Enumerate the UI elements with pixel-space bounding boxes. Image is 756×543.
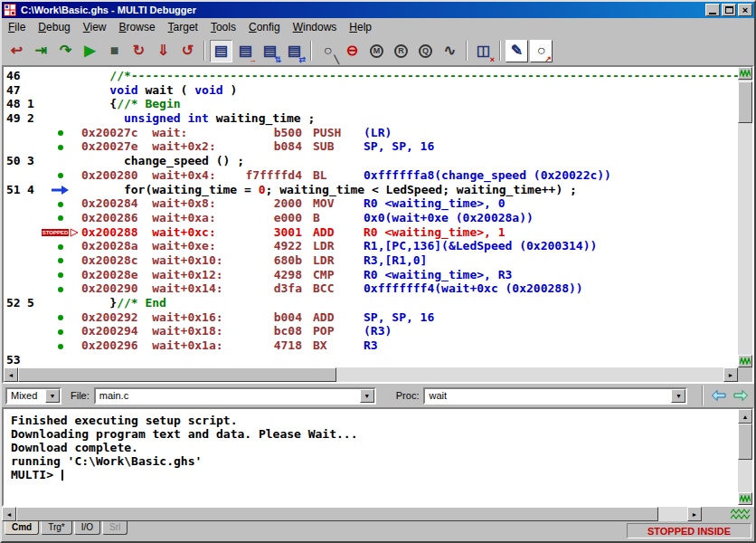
menu-item-help[interactable]: Help — [343, 20, 378, 34]
menu-item-browse[interactable]: Browse — [113, 20, 162, 34]
quick-view-button[interactable]: Q — [414, 40, 437, 62]
code-line[interactable]: 0x20028c wait+0x10:680bLDRR3,[R1,0] — [4, 253, 738, 268]
tab-srl[interactable]: Srl — [102, 521, 128, 535]
menu-item-file[interactable]: File — [2, 20, 32, 34]
stack-windows-button[interactable]: ▤⇅ — [259, 40, 281, 62]
more-text-above-indicator[interactable] — [738, 67, 752, 80]
code-editor[interactable]: 46 //*----------------------------------… — [4, 67, 738, 367]
step-over-button[interactable]: ↷ — [54, 40, 77, 62]
more-text-below-indicator[interactable] — [738, 355, 752, 367]
return-button[interactable]: ↩ — [5, 40, 28, 62]
breakpoint-dot[interactable] — [39, 197, 81, 211]
asm-operand: 0xffffffa8(change_speed (0x20022c)) — [364, 168, 611, 182]
asm-address: 0x200280 wait+0x4: — [81, 168, 244, 183]
scroll-up-button[interactable]: ▲ — [738, 409, 752, 424]
more-text-below-indicator[interactable] — [738, 492, 752, 505]
breakpoint-dot[interactable] — [39, 325, 81, 338]
menu-item-target[interactable]: Target — [162, 20, 204, 34]
scroll-left-button[interactable]: ◄ — [2, 507, 16, 521]
minimize-button[interactable] — [705, 4, 720, 16]
breakpoint-dot[interactable] — [39, 127, 81, 140]
code-line[interactable]: 525 }//* End — [4, 296, 738, 310]
code-line[interactable]: 0x20028e wait+0x12:4298CMPR0 <waiting_ti… — [4, 268, 738, 282]
display-mode-dropdown[interactable]: Mixed ▼ — [5, 387, 61, 405]
back-button[interactable] — [709, 386, 729, 405]
restart-button[interactable]: ↻ — [128, 40, 150, 62]
code-line[interactable]: 46 //*----------------------------------… — [4, 69, 738, 83]
code-line[interactable]: 0x200290 wait+0x14:d3faBCC0xfffffff4(wai… — [4, 281, 738, 296]
browse-button[interactable]: ○╲ — [317, 40, 339, 62]
code-line[interactable]: 53 — [4, 353, 738, 367]
tab-io[interactable]: I/O — [74, 521, 100, 535]
code-line[interactable]: 0x20027e wait+0x2:b084SUBSP, SP, 16 — [4, 139, 738, 154]
command-console[interactable]: Finished executing setup script.Download… — [4, 409, 738, 505]
inspect-button[interactable]: ○↗ — [530, 40, 553, 62]
breakpoint-dot[interactable] — [39, 339, 81, 353]
step-into-button[interactable]: ⇥ — [30, 40, 52, 62]
code-vertical-scrollbar[interactable] — [738, 67, 752, 367]
mixed-view-button[interactable]: ▤ — [210, 40, 232, 62]
code-line[interactable]: 492 unsigned int waiting_time ; — [4, 111, 738, 126]
file-dropdown-button[interactable]: ▼ — [360, 389, 374, 403]
breakpoint-dot[interactable] — [39, 240, 81, 253]
halt-button[interactable]: ■ — [103, 40, 126, 62]
breakpoints-button[interactable]: ⊖ — [341, 40, 364, 62]
signal-view-button[interactable]: ∿ — [439, 40, 461, 62]
tab-trg[interactable]: Trg* — [41, 521, 72, 535]
console-horizontal-scrollbar[interactable]: ◄ ► — [2, 507, 702, 521]
scroll-right-button[interactable]: ► — [723, 367, 738, 382]
tab-cmd[interactable]: Cmd — [5, 521, 39, 535]
console-vscroll-thumb[interactable] — [738, 424, 752, 460]
code-line[interactable]: 0x200292 wait+0x16:b004ADDSP, SP, 16 — [4, 310, 738, 325]
proc-dropdown[interactable]: wait ▼ — [423, 387, 687, 405]
menu-item-debug[interactable]: Debug — [32, 20, 76, 34]
connection-button[interactable]: ◫× — [472, 40, 495, 62]
breakpoint-dot[interactable] — [39, 140, 81, 154]
code-line[interactable]: STOPPED0x200288 wait+0xc:3001ADDR0 <wait… — [4, 225, 738, 240]
code-line[interactable]: 0x200280 wait+0x4:f7ffffd4BL0xffffffa8(c… — [4, 168, 738, 183]
title-bar[interactable]: C:\Work\Basic.ghs - MULTI Debugger × — [2, 2, 754, 18]
code-horizontal-scrollbar[interactable]: ◄ ► — [4, 367, 738, 382]
scroll-right-button[interactable]: ► — [687, 507, 702, 521]
code-line[interactable]: 47 void wait ( void ) — [4, 83, 738, 98]
menu-item-windows[interactable]: Windows — [287, 20, 344, 34]
breakpoint-dot[interactable] — [39, 282, 81, 296]
console-vertical-scrollbar[interactable]: ▲ — [738, 409, 752, 505]
code-vscroll-thumb[interactable] — [738, 81, 752, 123]
code-line[interactable]: 503 change_speed () ; — [4, 154, 738, 168]
close-button[interactable]: × — [738, 4, 752, 16]
code-line[interactable]: 0x200294 wait+0x18:bc08POP(R3) — [4, 324, 738, 338]
scroll-left-button[interactable]: ◄ — [4, 367, 18, 382]
breakpoint-dot[interactable] — [39, 212, 81, 225]
memory-view-button[interactable]: M — [365, 40, 388, 62]
forward-button[interactable] — [731, 386, 751, 405]
console-hscroll-thumb[interactable] — [16, 507, 658, 521]
breakpoint-dot[interactable] — [39, 269, 81, 282]
breakpoint-dot[interactable] — [39, 311, 81, 325]
display-mode-dropdown-button[interactable]: ▼ — [45, 389, 60, 403]
code-line[interactable]: 0x200296 wait+0x1a:4718BXR3 — [4, 338, 738, 353]
menu-item-tools[interactable]: Tools — [204, 20, 242, 34]
code-line[interactable]: 0x200284 wait+0x8:2000MOVR0 <waiting_tim… — [4, 196, 738, 211]
download-button[interactable]: ⇓ — [152, 40, 175, 62]
line-number: 50 — [4, 154, 27, 168]
register-view-button[interactable]: R — [390, 40, 412, 62]
refresh-button[interactable]: ↺ — [176, 40, 199, 62]
code-line[interactable]: 0x20027c wait:b500PUSH(LR) — [4, 126, 738, 140]
go-button[interactable]: ▶ — [79, 40, 101, 62]
code-hscroll-thumb[interactable] — [18, 367, 336, 382]
menu-item-view[interactable]: View — [77, 20, 113, 34]
breakpoint-dot[interactable] — [39, 169, 81, 183]
edit-button[interactable]: ✎ — [506, 40, 528, 62]
next-window-button[interactable]: ▤→ — [234, 40, 257, 62]
maximize-button[interactable] — [722, 4, 736, 16]
file-dropdown[interactable]: main.c ▼ — [94, 387, 376, 405]
code-line[interactable]: 514 for(waiting_time = 0; waiting_time <… — [4, 183, 738, 197]
tile-windows-button[interactable]: ▤⇄ — [283, 40, 306, 62]
code-line[interactable]: 0x200286 wait+0xa:e000B0x0(wait+0xe (0x2… — [4, 211, 738, 225]
code-line[interactable]: 481 {//* Begin — [4, 97, 738, 111]
code-line[interactable]: 0x20028a wait+0xe:4922LDRR1,[PC,136](&Le… — [4, 239, 738, 253]
breakpoint-dot[interactable] — [39, 254, 81, 268]
proc-dropdown-button[interactable]: ▼ — [671, 389, 685, 403]
menu-item-config[interactable]: Config — [242, 20, 287, 34]
